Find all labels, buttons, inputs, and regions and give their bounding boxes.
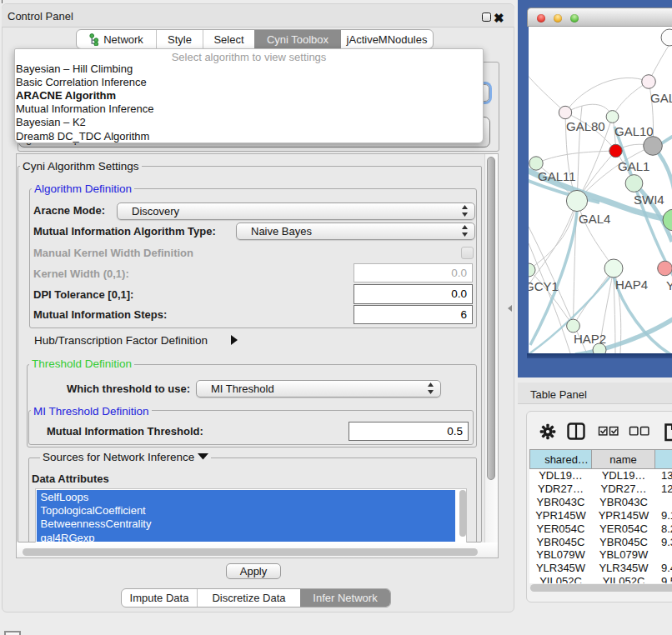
svg-text:GAL4: GAL4	[579, 212, 610, 226]
svg-text:GAL80: GAL80	[566, 119, 605, 133]
svg-text:SWI4: SWI4	[634, 192, 664, 207]
svg-text:GAL10: GAL10	[614, 124, 654, 138]
svg-text:GAL2: GAL2	[650, 91, 672, 105]
svg-text:HAP2: HAP2	[574, 332, 606, 346]
svg-text:YBR0: YBR0	[666, 278, 672, 292]
svg-text:HAP4: HAP4	[615, 278, 648, 292]
svg-text:GCY1: GCY1	[529, 279, 559, 293]
svg-text:GAL11: GAL11	[538, 169, 576, 183]
svg-text:GAL1: GAL1	[618, 159, 649, 173]
